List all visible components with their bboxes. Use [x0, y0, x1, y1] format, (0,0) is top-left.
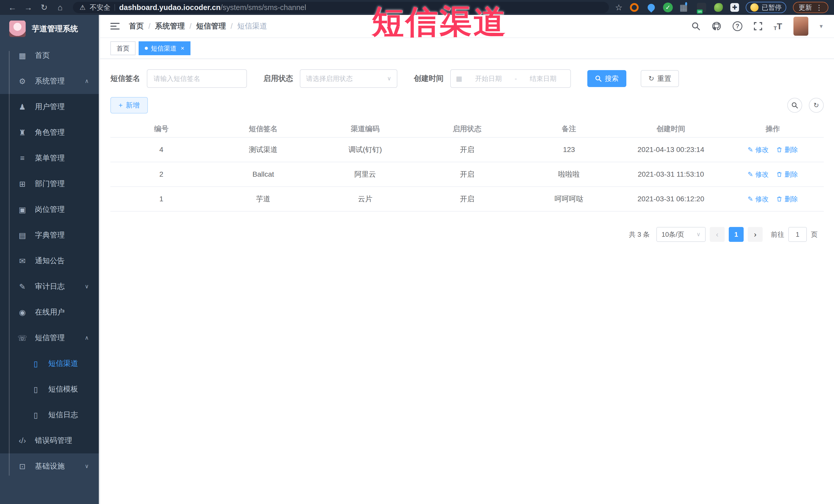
breadcrumb-item[interactable]: 短信渠道 — [237, 21, 267, 31]
sidebar-item[interactable]: ▯短信日志 — [0, 402, 100, 428]
fullscreen-icon[interactable] — [754, 22, 762, 30]
delete-link[interactable]: 删除 — [776, 145, 798, 154]
extensions-puzzle-icon[interactable]: ✚ — [730, 3, 739, 12]
close-icon[interactable]: × — [181, 45, 184, 52]
font-size-icon[interactable]: TT — [774, 21, 782, 31]
table-cell: 1 — [110, 195, 212, 203]
bookmark-star-icon[interactable]: ☆ — [615, 3, 622, 12]
update-button[interactable]: 更新 ⋮ — [793, 2, 828, 13]
search-button[interactable]: 搜索 — [587, 70, 626, 87]
user-avatar[interactable] — [793, 17, 808, 36]
sidebar-item-label: 通知公告 — [35, 256, 65, 266]
help-icon[interactable]: ? — [732, 21, 742, 31]
sidebar-item[interactable]: ♟用户管理 — [0, 94, 100, 119]
table-column-header: 备注 — [518, 124, 620, 134]
sidebar-item-label: 审计日志 — [35, 281, 65, 292]
header-search-icon[interactable] — [692, 22, 700, 30]
sidebar-item[interactable]: ◉在线用户 — [0, 299, 100, 325]
sidebar-item[interactable]: ⚙系统管理∧ — [0, 68, 100, 94]
table-cell-actions: ✎修改删除 — [722, 170, 824, 179]
goto-page-input[interactable] — [788, 227, 807, 242]
chevron-down-icon: ∨ — [85, 283, 89, 290]
extension-dark-icon[interactable]: on — [697, 2, 707, 13]
table-cell-actions: ✎修改删除 — [722, 195, 824, 204]
chevron-down-icon: ∨ — [85, 463, 89, 469]
table-cell-actions: ✎修改删除 — [722, 145, 824, 154]
sidebar-item[interactable]: ‹/›错误码管理 — [0, 428, 100, 454]
extension-pin-icon[interactable] — [646, 2, 656, 13]
sidebar-collapse-icon[interactable] — [110, 22, 119, 30]
browser-menu-dots-icon[interactable]: ⋮ — [815, 3, 823, 12]
breadcrumb-item[interactable]: 系统管理 — [155, 21, 185, 31]
toggle-search-icon[interactable] — [787, 98, 802, 113]
refresh-table-icon[interactable]: ↻ — [809, 98, 824, 113]
trash-icon — [776, 171, 783, 177]
sidebar-item-label: 短信日志 — [48, 410, 78, 420]
browser-toolbar: ← → ↻ ⌂ ⚠ 不安全 dashboard.yudao.iocoder.cn… — [0, 0, 834, 15]
extension-grid-icon[interactable]: ▦ — [679, 2, 690, 13]
sign-input[interactable] — [147, 69, 247, 88]
sidebar-item[interactable]: ✎审计日志∨ — [0, 274, 100, 299]
phone-icon: ▯ — [30, 411, 42, 419]
range-separator: - — [515, 75, 517, 83]
current-page-button[interactable]: 1 — [729, 227, 744, 242]
sidebar-item[interactable]: ▣岗位管理 — [0, 197, 100, 222]
browser-forward-icon[interactable]: → — [22, 3, 35, 12]
table-cell: 2021-03-31 11:53:10 — [620, 170, 722, 178]
address-bar[interactable]: ⚠ 不安全 dashboard.yudao.iocoder.cn/system/… — [73, 2, 609, 13]
tab-item[interactable]: 首页 — [110, 41, 135, 55]
edit-label: 修改 — [755, 145, 769, 154]
edit-link[interactable]: ✎修改 — [748, 195, 769, 204]
table-column-header: 启用状态 — [416, 124, 518, 134]
sidebar-item[interactable]: ▤字典管理 — [0, 222, 100, 248]
table-cell: 开启 — [416, 194, 518, 204]
sidebar-item-label: 短信管理 — [35, 333, 65, 343]
extension-leaf-icon[interactable] — [714, 2, 724, 13]
browser-back-icon[interactable]: ← — [6, 3, 19, 12]
sidebar-item[interactable]: ☏短信管理∧ — [0, 325, 100, 351]
role-icon: ♜ — [17, 128, 28, 137]
chevron-up-icon: ∧ — [85, 78, 89, 85]
page-size-select[interactable]: 10条/页 ∨ — [656, 227, 706, 242]
github-icon[interactable] — [711, 21, 721, 31]
status-select[interactable]: 请选择启用状态 ∨ — [300, 69, 397, 88]
reset-button[interactable]: ↻ 重置 — [641, 70, 679, 87]
sidebar-item[interactable]: ✉通知公告 — [0, 248, 100, 274]
breadcrumb-item[interactable]: 短信管理 — [196, 21, 226, 31]
tab-label: 首页 — [116, 44, 129, 52]
sidebar-item[interactable]: ▯短信渠道 — [0, 351, 100, 376]
calendar-icon: ▦ — [456, 75, 462, 83]
sidebar-item[interactable]: ⊡基础设施∨ — [0, 454, 100, 479]
browser-reload-icon[interactable]: ↻ — [38, 3, 51, 12]
refresh-icon: ↻ — [649, 74, 654, 83]
emoji-avatar-icon — [750, 3, 759, 12]
sidebar-item-label: 菜单管理 — [35, 153, 65, 163]
edit-link[interactable]: ✎修改 — [748, 170, 769, 179]
paused-badge[interactable]: 已暂停 — [746, 2, 786, 13]
table-cell: 2 — [110, 170, 212, 178]
user-menu-caret-icon[interactable]: ▾ — [820, 23, 823, 30]
next-page-button[interactable]: › — [748, 227, 763, 242]
sidebar-item[interactable]: ♜角色管理 — [0, 119, 100, 145]
prev-page-button[interactable]: ‹ — [710, 227, 725, 242]
end-date-placeholder: 结束日期 — [521, 74, 565, 83]
date-range-picker[interactable]: ▦ 开始日期 - 结束日期 — [450, 69, 571, 88]
sidebar-item[interactable]: ▯短信模板 — [0, 376, 100, 402]
extension-orange-icon[interactable] — [629, 2, 639, 13]
tab-active[interactable]: 短信渠道× — [139, 41, 191, 55]
dict-icon: ▤ — [17, 231, 28, 240]
sidebar-item[interactable]: ⊞部门管理 — [0, 171, 100, 197]
table-cell: 开启 — [416, 170, 518, 179]
delete-link[interactable]: 删除 — [776, 195, 798, 204]
breadcrumb-item[interactable]: 首页 — [129, 21, 144, 31]
edit-link[interactable]: ✎修改 — [748, 145, 769, 154]
extension-check-icon[interactable]: ✓ — [663, 3, 673, 12]
sidebar-item-label: 短信模板 — [48, 384, 78, 394]
table-body: 4测试渠道调试(钉钉)开启1232021-04-13 00:23:14✎修改删除… — [110, 138, 824, 212]
edit-label: 修改 — [755, 195, 769, 204]
sidebar-item[interactable]: ▦首页 — [0, 43, 100, 68]
sidebar-item[interactable]: ≡菜单管理 — [0, 145, 100, 171]
delete-link[interactable]: 删除 — [776, 170, 798, 179]
browser-home-icon[interactable]: ⌂ — [53, 3, 67, 12]
add-button[interactable]: + 新增 — [110, 97, 148, 113]
